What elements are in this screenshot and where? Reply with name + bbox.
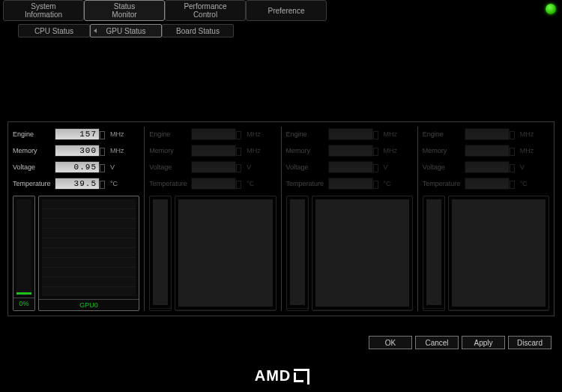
label-temperature: Temperature	[149, 180, 191, 187]
label-temperature: Temperature	[423, 180, 465, 187]
unit-c: °C	[520, 180, 528, 187]
main-tab-bar: SystemInformation StatusMonitor Performa…	[0, 0, 562, 24]
button-label: Apply	[474, 339, 492, 347]
tab-label: Preference	[268, 7, 305, 15]
value-memory	[328, 145, 373, 157]
meter-percent: 0%	[13, 298, 34, 310]
usage-meter	[423, 196, 445, 311]
value-engine: 157	[55, 128, 100, 140]
value-voltage	[191, 161, 236, 173]
gpu-column-1: EngineMHz MemoryMHz VoltageV Temperature…	[146, 127, 279, 311]
graph-gpu-label	[449, 310, 549, 310]
unit-v: V	[110, 163, 115, 171]
graph-gpu-label: GPU0	[39, 299, 139, 310]
unit-mhz: MHz	[110, 130, 124, 138]
unit-mhz: MHz	[384, 130, 398, 138]
button-label: Cancel	[425, 339, 448, 347]
amd-arrow-icon	[294, 369, 307, 382]
label-memory: Memory	[423, 147, 465, 154]
tab-label: System	[31, 2, 55, 10]
label-voltage: Voltage	[13, 163, 55, 171]
sub-tab-label: GPU Status	[106, 27, 146, 35]
tab-label: Information	[25, 10, 62, 19]
label-memory: Memory	[13, 147, 55, 154]
label-temperature: Temperature	[286, 180, 328, 187]
apply-button[interactable]: Apply	[462, 336, 505, 349]
column-divider	[281, 127, 282, 311]
unit-v: V	[247, 163, 251, 171]
gpu-column-2: EngineMHz MemoryMHz VoltageV Temperature…	[283, 127, 416, 311]
usage-meter	[149, 196, 172, 311]
unit-mhz: MHz	[247, 147, 261, 154]
label-temperature: Temperature	[13, 180, 55, 187]
column-divider	[144, 127, 145, 311]
tab-system-information[interactable]: SystemInformation	[3, 0, 84, 21]
tab-label: Monitor	[112, 10, 136, 19]
brand-text: AMD	[255, 367, 291, 385]
usage-graph	[175, 196, 276, 311]
tab-status-monitor[interactable]: StatusMonitor	[84, 0, 165, 21]
usage-graph: GPU0	[38, 196, 139, 311]
value-voltage	[328, 161, 373, 173]
column-divider	[417, 127, 418, 311]
tab-label: Performance	[184, 2, 226, 10]
unit-mhz: MHz	[247, 130, 261, 138]
label-memory: Memory	[149, 147, 191, 154]
value-temperature: 39.5	[55, 178, 100, 190]
value-engine	[191, 128, 236, 140]
gpu-column-0: Engine157MHz Memory300MHz Voltage0.95V T…	[10, 127, 142, 311]
unit-mhz: MHz	[520, 147, 534, 154]
tab-label: Control	[193, 10, 217, 19]
sub-tab-cpu-status[interactable]: CPU Status	[18, 24, 90, 37]
unit-c: °C	[384, 180, 391, 187]
usage-meter: 0%	[13, 196, 35, 311]
usage-meter	[286, 196, 309, 311]
ok-button[interactable]: OK	[369, 336, 412, 349]
value-temperature	[465, 178, 510, 190]
value-memory	[191, 145, 236, 157]
meter-percent	[287, 308, 308, 310]
label-engine: Engine	[286, 130, 328, 138]
action-button-row: OK Cancel Apply Discard	[369, 336, 552, 349]
value-memory	[465, 145, 510, 157]
label-memory: Memory	[286, 147, 328, 154]
cancel-button[interactable]: Cancel	[415, 336, 459, 349]
value-temperature	[191, 178, 236, 190]
tab-preference[interactable]: Preference	[246, 0, 327, 21]
graph-gpu-label	[175, 310, 275, 310]
label-engine: Engine	[149, 130, 191, 138]
sub-tab-board-status[interactable]: Board Status	[162, 24, 234, 37]
amd-logo: AMD	[249, 364, 314, 388]
unit-c: °C	[247, 180, 254, 187]
label-engine: Engine	[423, 130, 465, 138]
value-memory: 300	[55, 145, 100, 157]
value-voltage: 0.95	[55, 161, 100, 173]
meter-percent	[423, 308, 444, 310]
unit-c: °C	[110, 180, 118, 187]
button-label: OK	[385, 339, 396, 347]
footer: AMD	[0, 359, 562, 392]
value-temperature	[328, 178, 373, 190]
graph-gpu-label	[312, 310, 412, 310]
value-engine	[328, 128, 373, 140]
sub-tab-gpu-status[interactable]: GPU Status	[90, 24, 162, 37]
sub-tab-bar: CPU Status GPU Status Board Status	[18, 24, 562, 39]
label-voltage: Voltage	[286, 163, 328, 171]
gpu-column-3: EngineMHz MemoryMHz VoltageV Temperature…	[420, 127, 552, 311]
sub-tab-label: CPU Status	[34, 27, 73, 35]
value-engine	[465, 128, 510, 140]
usage-graph	[312, 196, 413, 311]
status-indicator-icon	[546, 4, 556, 14]
unit-mhz: MHz	[384, 147, 398, 154]
label-voltage: Voltage	[423, 163, 465, 171]
label-engine: Engine	[13, 130, 55, 138]
value-voltage	[465, 161, 510, 173]
tab-label: Status	[114, 2, 135, 10]
usage-graph	[448, 196, 549, 311]
tab-performance-control[interactable]: PerformanceControl	[165, 0, 246, 21]
unit-v: V	[384, 163, 388, 171]
discard-button[interactable]: Discard	[508, 336, 552, 349]
label-voltage: Voltage	[149, 163, 191, 171]
sub-tab-label: Board Status	[176, 27, 220, 35]
button-label: Discard	[517, 339, 543, 347]
